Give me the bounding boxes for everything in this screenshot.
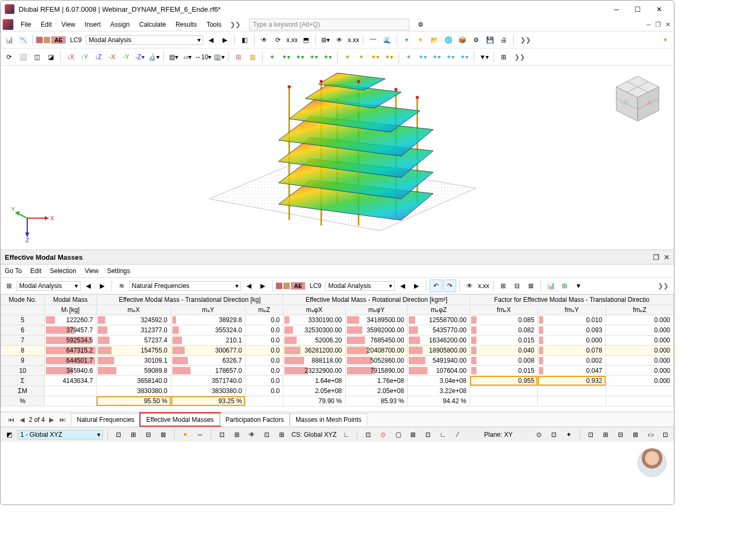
sb-e1-icon[interactable]: ∟ <box>340 428 353 441</box>
nav-cube[interactable]: -X -Y <box>611 72 664 125</box>
panel-freq-combo[interactable]: Natural Frequencies▾ <box>129 281 241 291</box>
z-axis-icon[interactable]: ↓Z <box>92 51 105 63</box>
pt-chart-icon[interactable]: 📊 <box>544 279 557 292</box>
minimize-button[interactable]: ─ <box>606 2 627 17</box>
sb-g4-icon[interactable]: ⊠ <box>629 428 642 441</box>
menu-results[interactable]: Results <box>171 19 201 30</box>
tool-j-icon[interactable]: 🌊 <box>380 34 393 46</box>
pt-next2[interactable]: ▶ <box>256 279 269 292</box>
sb-b1-icon[interactable]: ⊡ <box>112 428 125 441</box>
cube2-icon[interactable]: ◫ <box>30 51 43 63</box>
panel-goto[interactable]: Go To <box>5 267 22 275</box>
table-row[interactable]: 9 644501.7 30109.1 6326.7 0.0 888118.00 … <box>1 356 674 366</box>
app-menu-icon[interactable] <box>3 19 13 30</box>
sb-star-icon[interactable]: ✦ <box>179 428 192 441</box>
menu-view[interactable]: View <box>57 19 80 30</box>
panel-view[interactable]: View <box>85 267 99 275</box>
b4-icon[interactable]: ✦▾ <box>444 51 457 63</box>
results-off-icon[interactable]: 📉 <box>17 34 29 46</box>
sb-e2-icon[interactable]: ▢ <box>392 428 404 441</box>
toolbar1-overflow-icon[interactable]: ❯❯ <box>517 36 534 44</box>
pt-overflow-icon[interactable]: ❯❯ <box>655 282 672 290</box>
search-input[interactable]: Type a keyword (Alt+Q) <box>249 19 409 30</box>
print-icon[interactable]: 🖨 <box>497 34 510 46</box>
star-b-icon[interactable]: ✦ <box>414 34 427 46</box>
pt-xxx-icon[interactable]: x.xx <box>477 279 490 292</box>
dim-icon[interactable]: ↔10▾ <box>195 51 211 63</box>
menu-calculate[interactable]: Calculate <box>135 19 170 30</box>
sb-d1-icon[interactable]: ⊡ <box>216 428 228 441</box>
g2-icon[interactable]: ✦▾ <box>280 51 292 63</box>
tab-participation-factors[interactable]: Participation Factors <box>220 413 290 426</box>
menu-file[interactable]: File <box>17 19 35 30</box>
neg-y-icon[interactable]: -Y <box>120 51 132 63</box>
sb-b4-icon[interactable]: ⊠ <box>157 428 170 441</box>
menu-edit[interactable]: Edit <box>36 19 56 30</box>
tab-natural-frequencies[interactable]: Natural Frequencies <box>71 413 140 426</box>
sb-g5-icon[interactable]: ▭ <box>644 428 657 441</box>
panel-settings[interactable]: Settings <box>107 267 130 275</box>
sb-f3-icon[interactable]: ✦ <box>562 428 575 441</box>
model-viewport[interactable]: X Y Z -X -Y <box>1 66 674 250</box>
pt-t3-icon[interactable]: ⊠ <box>525 279 537 292</box>
box-icon[interactable]: 📦 <box>456 34 468 46</box>
mdi-restore-icon[interactable]: ❐ <box>654 21 662 28</box>
o4-icon[interactable]: ✦▾ <box>383 51 395 63</box>
sb-b2-icon[interactable]: ⊞ <box>127 428 140 441</box>
pt-next1[interactable]: ▶ <box>96 279 108 292</box>
b1-icon[interactable]: ✦ <box>402 51 415 63</box>
menu-overflow-icon[interactable]: ❯❯ <box>227 21 244 28</box>
sb-d4-icon[interactable]: ⊞ <box>275 428 288 441</box>
sb-snap-icon[interactable]: ⊡ <box>362 428 375 441</box>
pt-excel-icon[interactable]: ⊞ <box>558 279 571 292</box>
g1-icon[interactable]: ✦ <box>266 51 279 63</box>
sb-f1-icon[interactable]: ⊙ <box>533 428 545 441</box>
sb-a-icon[interactable]: ◩ <box>3 428 15 441</box>
o1-icon[interactable]: ✦ <box>341 51 354 63</box>
tab-masses-in-mesh-points[interactable]: Masses in Mesh Points <box>290 413 367 426</box>
tab-effective-modal-masses[interactable]: Effective Modal Masses <box>140 413 220 426</box>
tool-f-icon[interactable]: ⊞▾ <box>319 34 332 46</box>
panel-selection[interactable]: Selection <box>50 267 76 275</box>
analysis-combo[interactable]: Modal Analysis▾ <box>86 35 203 45</box>
grid-icon[interactable]: ⊞ <box>497 51 510 63</box>
layer-icon[interactable]: ▤▾ <box>167 51 180 63</box>
o3-icon[interactable]: ✦▾ <box>369 51 382 63</box>
bldg-icon[interactable]: 🏢▾ <box>212 51 225 63</box>
panel-edit[interactable]: Edit <box>30 267 42 275</box>
tool-d-icon[interactable]: x.xx <box>285 34 298 46</box>
pt-prev1[interactable]: ◀ <box>82 279 94 292</box>
pt-prev2[interactable]: ◀ <box>242 279 255 292</box>
panel-lc-combo[interactable]: Modal Analysis▾ <box>325 281 395 291</box>
g5-icon[interactable]: ✦▾ <box>321 51 334 63</box>
tool-i-icon[interactable]: 〰 <box>367 34 379 46</box>
refresh-icon[interactable]: ⟳ <box>3 51 15 63</box>
pt-a-icon[interactable]: ⊞ <box>3 279 15 292</box>
sb-g6-icon[interactable]: ⊡ <box>659 428 672 441</box>
pt-tool2-icon[interactable]: ↷ <box>443 279 456 292</box>
table-row[interactable]: 8 647315.2 154755.0 300677.0 0.0 3628120… <box>1 346 674 356</box>
cube3-icon[interactable]: ◪ <box>44 51 57 63</box>
search-settings-icon[interactable]: ⚙ <box>415 18 427 31</box>
filter-icon[interactable]: ▼▾ <box>478 51 490 63</box>
pointer-icon[interactable]: ✦ <box>659 34 672 46</box>
sb-e5-icon[interactable]: ∟ <box>436 428 449 441</box>
prev-lc-button[interactable]: ◀ <box>204 34 217 46</box>
menu-insert[interactable]: Insert <box>81 19 105 30</box>
page-last-button[interactable]: ⏭ <box>58 416 67 423</box>
g4-icon[interactable]: ✦▾ <box>307 51 320 63</box>
tool-g-icon[interactable]: 👁 <box>333 34 346 46</box>
page-next-button[interactable]: ▶ <box>48 416 55 423</box>
menu-assign[interactable]: Assign <box>106 19 134 30</box>
pt-t2-icon[interactable]: ⊟ <box>511 279 523 292</box>
panel-close-icon[interactable]: ✕ <box>664 253 670 261</box>
sb-d2-icon[interactable]: ⊞ <box>231 428 243 441</box>
sb-g1-icon[interactable]: ⊡ <box>584 428 597 441</box>
next-lc-button[interactable]: ▶ <box>218 34 231 46</box>
folder-icon[interactable]: 📂 <box>428 34 441 46</box>
sb-e3-icon[interactable]: ⊠ <box>407 428 419 441</box>
toolbar2-overflow-icon[interactable]: ❯❯ <box>511 53 528 61</box>
mdi-minimize-icon[interactable]: ─ <box>645 21 652 28</box>
x-axis-icon[interactable]: ↓X <box>64 51 77 63</box>
microscope-icon[interactable]: 🔬▾ <box>147 51 160 63</box>
